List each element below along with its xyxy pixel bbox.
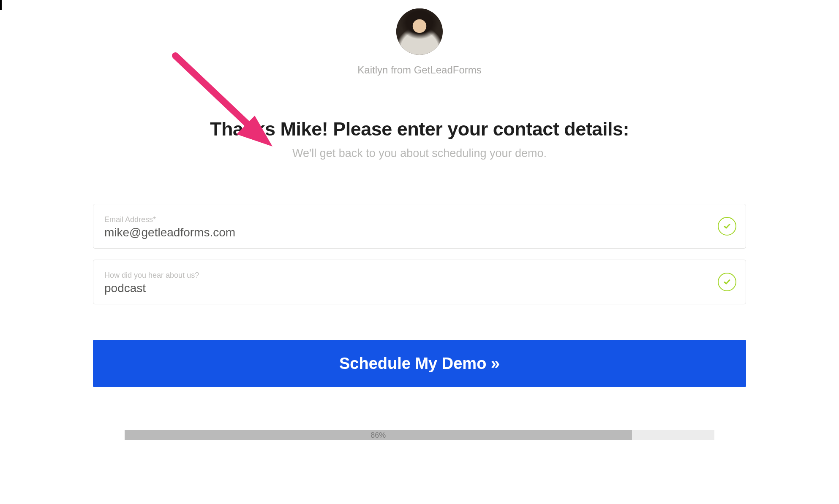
valid-check-icon (718, 273, 736, 291)
progress-fill: 86% (125, 430, 632, 440)
window-edge-marker (0, 0, 2, 10)
submit-button[interactable]: Schedule My Demo » (93, 340, 746, 387)
form-subheadline: We'll get back to you about scheduling y… (292, 147, 547, 160)
source-field-label: How did you hear about us? (104, 271, 708, 280)
email-field-label: Email Address* (104, 215, 708, 224)
progress-bar: 86% (125, 430, 714, 440)
source-input[interactable] (104, 282, 708, 295)
source-field-container[interactable]: How did you hear about us? (93, 260, 746, 304)
form-fields: Email Address* How did you hear about us… (93, 204, 746, 387)
form-container: Kaitlyn from GetLeadForms Thanks Mike! P… (0, 0, 839, 440)
presenter-label: Kaitlyn from GetLeadForms (357, 64, 481, 76)
avatar-image (396, 8, 443, 55)
presenter-avatar (396, 8, 443, 55)
progress-track: 86% (125, 430, 714, 440)
progress-percent-label: 86% (370, 431, 386, 440)
valid-check-icon (718, 217, 736, 236)
email-field-container[interactable]: Email Address* (93, 204, 746, 249)
form-headline: Thanks Mike! Please enter your contact d… (210, 118, 629, 140)
email-input[interactable] (104, 226, 708, 239)
